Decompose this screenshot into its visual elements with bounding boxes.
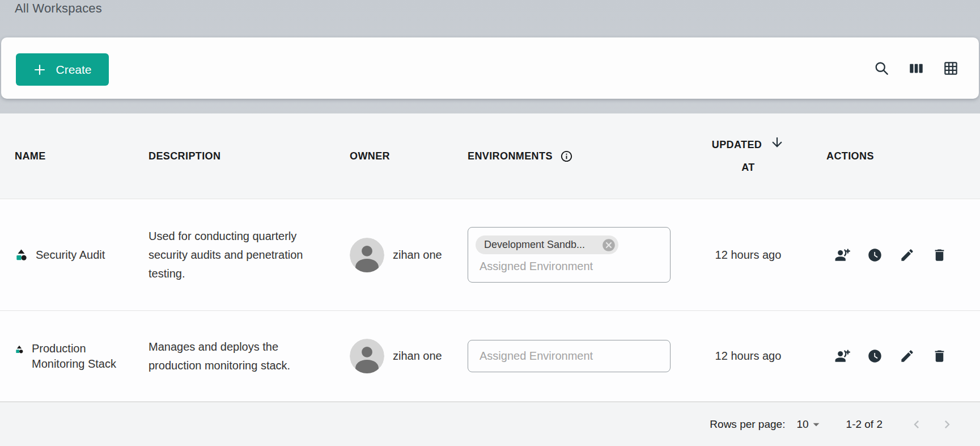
chevron-left-icon[interactable]: [909, 416, 924, 432]
owner-name: zihan one: [393, 249, 442, 262]
person-add-icon[interactable]: [835, 348, 850, 364]
environment-chip-label: Development Sandb...: [484, 239, 585, 251]
search-icon[interactable]: [874, 61, 889, 76]
actions-cell: [816, 348, 980, 364]
view-column-icon[interactable]: [909, 61, 924, 76]
create-button[interactable]: Create: [16, 53, 109, 86]
updated-at-cell: 12 hours ago: [680, 350, 816, 363]
assigned-environment-select[interactable]: Assigned Environment: [468, 340, 671, 372]
table-header-row: NAME DESCRIPTION OWNER ENVIRONMENTS UPDA…: [0, 113, 980, 199]
updated-at-cell: 12 hours ago: [680, 249, 816, 262]
page-title: All Workspaces: [15, 1, 102, 16]
grid-view-icon[interactable]: [943, 61, 958, 76]
toolbar-icon-group: [874, 37, 958, 99]
table-row: Production Monitoring Stack Manages and …: [0, 311, 980, 402]
toolbar-card: Create: [1, 37, 979, 99]
workspace-name: Security Audit: [36, 247, 105, 263]
owner-cell: zihan one: [350, 339, 468, 373]
column-header-environments: ENVIRONMENTS: [468, 150, 680, 163]
person-add-icon[interactable]: [835, 247, 850, 263]
environments-cell: Development Sandb... Assigned Environmen…: [468, 227, 680, 283]
chip-remove-icon[interactable]: [601, 238, 616, 253]
assigned-environment-select[interactable]: Development Sandb... Assigned Environmen…: [468, 227, 671, 283]
name-cell: Security Audit: [0, 247, 149, 263]
workspace-logo-icon: [15, 249, 28, 262]
workspaces-table: NAME DESCRIPTION OWNER ENVIRONMENTS UPDA…: [0, 113, 980, 446]
dropdown-arrow-icon: [809, 417, 824, 432]
owner-name: zihan one: [393, 350, 442, 363]
rows-per-page-value: 10: [796, 418, 808, 431]
history-clock-icon[interactable]: [867, 348, 883, 364]
create-button-label: Create: [56, 63, 91, 77]
avatar: [350, 339, 384, 373]
workspace-name: Production Monitoring Stack: [32, 341, 128, 372]
description-cell: Used for conducting quarterly security a…: [149, 227, 320, 283]
workspace-logo-icon: [15, 345, 24, 354]
name-cell: Production Monitoring Stack: [0, 341, 149, 372]
environments-cell: Assigned Environment: [468, 340, 680, 372]
column-header-updated-label: UPDATED: [712, 133, 762, 156]
plus-icon: [33, 63, 46, 77]
column-header-actions: ACTIONS: [816, 150, 980, 162]
history-clock-icon[interactable]: [867, 247, 883, 263]
environment-chip[interactable]: Development Sandb...: [476, 235, 618, 254]
column-header-description: DESCRIPTION: [149, 150, 350, 162]
rows-per-page-select[interactable]: 10: [796, 417, 823, 432]
chevron-right-icon[interactable]: [939, 416, 955, 432]
column-header-updated-at[interactable]: UPDATED AT: [680, 133, 816, 179]
table-row: Security Audit Used for conducting quart…: [0, 199, 980, 311]
info-icon[interactable]: [560, 150, 573, 163]
edit-pencil-icon[interactable]: [900, 247, 915, 263]
owner-cell: zihan one: [350, 238, 468, 272]
environment-placeholder: Assigned Environment: [480, 350, 593, 363]
delete-trash-icon[interactable]: [932, 348, 947, 364]
rows-per-page-label: Rows per page:: [710, 418, 785, 431]
delete-trash-icon[interactable]: [932, 247, 947, 263]
pagination-bar: Rows per page: 10 1-2 of 2: [0, 402, 980, 446]
pagination-range: 1-2 of 2: [846, 418, 883, 431]
sort-descending-arrow-icon[interactable]: [770, 135, 784, 150]
column-header-at-label: AT: [741, 156, 754, 179]
edit-pencil-icon[interactable]: [900, 348, 915, 364]
avatar: [350, 238, 384, 272]
actions-cell: [816, 247, 980, 263]
column-header-name: NAME: [0, 150, 149, 162]
description-cell: Manages and deploys the production monit…: [149, 338, 320, 375]
column-header-environments-label: ENVIRONMENTS: [468, 150, 553, 162]
environment-placeholder: Assigned Environment: [480, 260, 662, 273]
column-header-owner: OWNER: [350, 150, 468, 162]
